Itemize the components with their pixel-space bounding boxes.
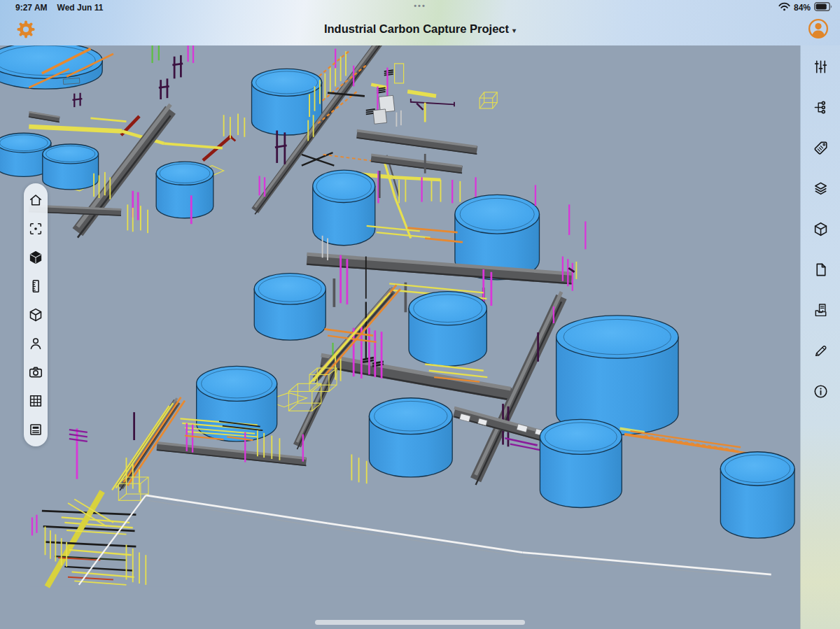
avatar-icon bbox=[808, 31, 829, 41]
app-screen: 9:27 AM Wed Jun 11 ••• 84% bbox=[0, 0, 840, 629]
export-document-button[interactable] bbox=[813, 302, 829, 318]
person-button[interactable] bbox=[28, 336, 43, 351]
battery-icon bbox=[814, 2, 832, 13]
cube-outline-button[interactable] bbox=[28, 307, 43, 323]
tag-button[interactable] bbox=[813, 140, 829, 156]
layers-button[interactable] bbox=[813, 181, 829, 197]
left-toolbar bbox=[24, 183, 48, 446]
model-tree-button[interactable] bbox=[813, 99, 829, 115]
info-button[interactable] bbox=[813, 383, 829, 400]
grid-button[interactable] bbox=[28, 393, 43, 409]
status-bar: 9:27 AM Wed Jun 11 ••• 84% bbox=[0, 0, 840, 15]
account-button[interactable] bbox=[808, 18, 829, 39]
project-title[interactable]: Industrial Carbon Capture Project▾ bbox=[0, 22, 840, 36]
model-cube-button[interactable] bbox=[28, 250, 43, 265]
battery-percent: 84% bbox=[794, 3, 811, 13]
ruler-button[interactable] bbox=[28, 278, 43, 294]
home-indicator[interactable] bbox=[315, 620, 525, 625]
chevron-down-icon: ▾ bbox=[512, 27, 516, 34]
right-sidebar bbox=[800, 45, 840, 629]
document-button[interactable] bbox=[813, 262, 829, 278]
project-title-label: Industrial Carbon Capture Project bbox=[324, 22, 509, 35]
multitask-dots-icon[interactable]: ••• bbox=[0, 1, 840, 10]
wifi-icon bbox=[778, 2, 790, 13]
camera-button[interactable] bbox=[28, 365, 43, 380]
nav-bar: Industrial Carbon Capture Project▾ bbox=[0, 15, 840, 45]
focus-target-button[interactable] bbox=[28, 221, 43, 236]
sheet-button[interactable] bbox=[28, 422, 43, 437]
filters-button[interactable] bbox=[813, 59, 829, 75]
model-viewport[interactable] bbox=[0, 45, 800, 629]
3d-scene bbox=[0, 45, 800, 629]
markup-pencil-button[interactable] bbox=[813, 343, 829, 359]
cube-button[interactable] bbox=[813, 221, 829, 237]
home-button[interactable] bbox=[28, 192, 43, 208]
